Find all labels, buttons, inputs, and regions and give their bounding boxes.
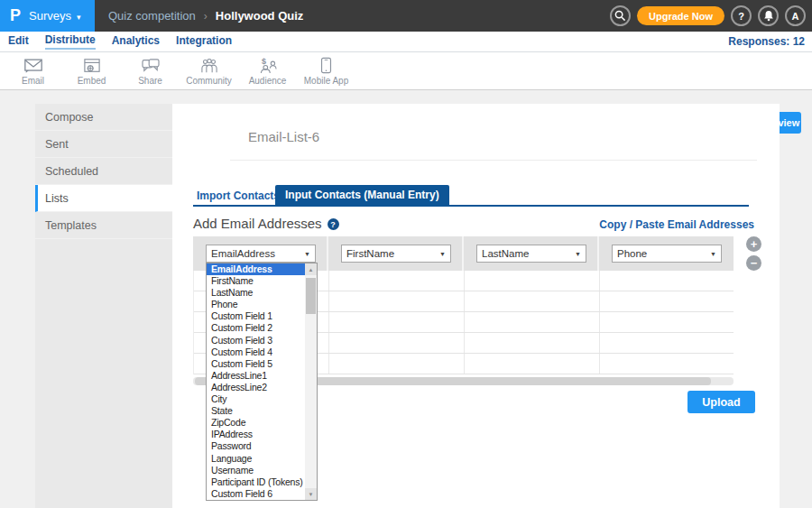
column-1-field-select[interactable]: EmailAddress ▼ [206, 245, 316, 263]
dropdown-option[interactable]: Custom Field 2 [207, 322, 305, 334]
cell-input[interactable] [329, 354, 465, 374]
channel-audience[interactable]: $ Audience [238, 52, 297, 90]
cell-input[interactable] [600, 312, 734, 332]
cell-input[interactable] [329, 291, 465, 311]
dropdown-option[interactable]: Phone [207, 299, 305, 310]
column-2-selected-value: FirstName [346, 248, 394, 259]
cell-input[interactable] [600, 333, 734, 353]
column-2-header: FirstName ▼ [328, 236, 464, 271]
upload-button[interactable]: Upload [687, 391, 755, 413]
nav-item-distribute[interactable]: Distribute [45, 33, 96, 50]
share-icon [141, 58, 161, 74]
sidebar-item-compose[interactable]: Compose [35, 104, 172, 131]
product-switcher[interactable]: P Surveys ▾ [0, 0, 95, 32]
scroll-down-icon[interactable]: ▼ [305, 488, 317, 500]
nav-item-analytics[interactable]: Analytics [112, 34, 160, 49]
cell-input[interactable] [600, 271, 734, 291]
responses-count[interactable]: Responses: 12 [728, 35, 805, 48]
notifications-button[interactable] [758, 5, 779, 26]
cell-input[interactable] [465, 271, 600, 291]
channel-email[interactable]: Email [4, 52, 62, 90]
dropdown-option[interactable]: AddressLine1 [207, 370, 305, 382]
mobile-phone-icon [320, 57, 332, 74]
cell-input[interactable] [329, 312, 465, 332]
dropdown-option[interactable]: AddressLine2 [207, 382, 305, 393]
section-heading: Add Email Addresses ? [193, 216, 339, 231]
tab-input-contacts-manual-entry[interactable]: Input Contacts (Manual Entry) [275, 185, 449, 205]
account-avatar[interactable]: A [785, 5, 806, 26]
distribute-toolbar: Email Embed [0, 52, 812, 90]
breadcrumb-current: Hollywood Quiz [216, 9, 304, 23]
dropdown-option-selected[interactable]: EmailAddress [207, 263, 305, 275]
dropdown-option[interactable]: LastName [207, 287, 305, 299]
search-button[interactable] [610, 5, 631, 26]
column-3-header: LastName ▼ [464, 236, 599, 271]
dropdown-option[interactable]: Participant ID (Tokens) [207, 476, 305, 488]
dropdown-option[interactable]: Custom Field 4 [207, 346, 305, 358]
field-options-list: EmailAddress FirstName LastName Phone Cu… [207, 263, 305, 500]
nav-item-integration[interactable]: Integration [176, 34, 232, 49]
dropdown-option[interactable]: Username [207, 465, 305, 476]
channel-label: Community [186, 76, 232, 86]
dropdown-option[interactable]: Custom Field 6 [207, 488, 305, 500]
dropdown-option[interactable]: Custom Field 5 [207, 358, 305, 370]
remove-row-button[interactable]: − [746, 255, 761, 271]
cell-input[interactable] [465, 291, 600, 311]
dropdown-option[interactable]: Password [207, 440, 305, 452]
cell-input[interactable] [329, 271, 465, 291]
sidebar-item-scheduled[interactable]: Scheduled [35, 158, 172, 185]
dropdown-option[interactable]: ZipCode [207, 417, 305, 429]
dropdown-option[interactable]: State [207, 405, 305, 417]
column-3-field-select[interactable]: LastName ▼ [476, 245, 586, 263]
select-arrow-icon: ▼ [439, 251, 446, 257]
breadcrumb: Quiz competition › Hollywood Quiz [108, 0, 303, 32]
nav-item-edit[interactable]: Edit [8, 34, 29, 49]
channel-share[interactable]: Share [121, 52, 180, 90]
dropdown-scrollbar[interactable]: ▲ ▼ [305, 263, 317, 500]
dropdown-scrollbar-thumb[interactable] [306, 278, 316, 314]
dropdown-option[interactable]: FirstName [207, 275, 305, 287]
dropdown-option[interactable]: Language [207, 453, 305, 465]
add-row-button[interactable]: + [746, 236, 761, 252]
column-2-field-select[interactable]: FirstName ▼ [341, 245, 451, 263]
sidebar-item-lists[interactable]: Lists [35, 185, 172, 212]
sidebar-item-templates[interactable]: Templates [35, 212, 172, 239]
email-icon [23, 58, 43, 74]
cell-input[interactable] [465, 354, 600, 374]
dropdown-option[interactable]: IPAddress [207, 429, 305, 440]
lists-content-panel: Email-List-6 Import Contacts Input Conta… [172, 104, 780, 508]
dropdown-option[interactable]: Custom Field 3 [207, 335, 305, 346]
channel-community[interactable]: Community [180, 52, 238, 90]
dropdown-option[interactable]: City [207, 393, 305, 405]
column-4-header: Phone ▼ [599, 236, 734, 271]
help-tooltip-icon[interactable]: ? [328, 218, 339, 230]
column-3-selected-value: LastName [482, 248, 529, 259]
email-sidebar: Compose Sent Scheduled Lists Templates [35, 104, 172, 508]
cell-input[interactable] [465, 312, 600, 332]
cell-input[interactable] [329, 333, 465, 353]
sidebar-item-sent[interactable]: Sent [35, 131, 172, 158]
product-name: Surveys [29, 9, 71, 23]
email-list-title: Email-List-6 [248, 129, 319, 144]
help-button[interactable]: ? [731, 5, 752, 26]
breadcrumb-parent[interactable]: Quiz competition [108, 9, 196, 23]
topbar-actions: Upgrade Now ? A [610, 0, 806, 32]
tab-underline [193, 205, 749, 207]
cell-input[interactable] [600, 354, 734, 374]
tab-import-contacts[interactable]: Import Contacts [197, 189, 280, 202]
cell-input[interactable] [600, 291, 734, 311]
channel-mobile-app[interactable]: Mobile App [297, 52, 355, 90]
title-divider [230, 160, 757, 161]
embed-icon [83, 58, 101, 74]
channel-embed[interactable]: Embed [62, 52, 121, 90]
cell-input[interactable] [465, 333, 600, 353]
upgrade-now-button[interactable]: Upgrade Now [637, 6, 724, 25]
dropdown-option[interactable]: Custom Field 1 [207, 310, 305, 322]
column-4-field-select[interactable]: Phone ▼ [612, 245, 722, 263]
copy-paste-email-addresses-link[interactable]: Copy / Paste Email Addresses [599, 218, 754, 231]
questionpro-logo-icon: P [10, 6, 21, 25]
column-1-selected-value: EmailAddress [211, 248, 275, 259]
bell-icon [763, 10, 774, 22]
channel-label: Embed [78, 76, 106, 86]
scroll-up-icon[interactable]: ▲ [305, 263, 317, 275]
